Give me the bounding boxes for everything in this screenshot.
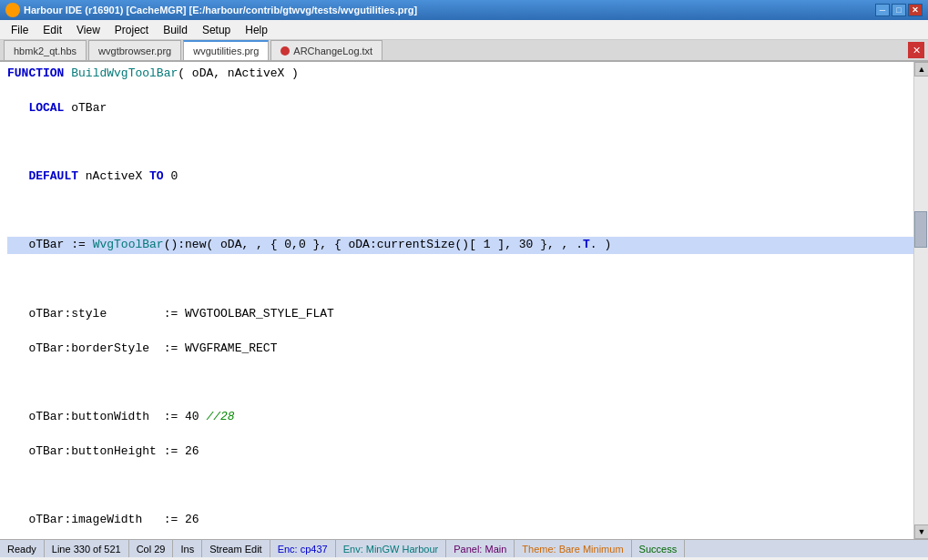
- menu-project[interactable]: Project: [107, 22, 156, 38]
- status-ins: Ins: [173, 540, 202, 557]
- scroll-down-button[interactable]: ▼: [914, 524, 928, 539]
- status-line-info: Line 330 of 521: [45, 540, 129, 557]
- status-theme: Theme: Bare Minimum: [515, 540, 631, 557]
- close-button[interactable]: ✕: [908, 4, 923, 16]
- status-enc: Enc: cp437: [270, 540, 336, 557]
- tab-hbmk2[interactable]: hbmk2_qt.hbs: [4, 40, 87, 60]
- editor-content[interactable]: FUNCTION BuildWvgToolBar( oDA, nActiveX …: [0, 62, 928, 539]
- title-text: Harbour IDE (r16901) [CacheMGR] [E:/harb…: [24, 5, 875, 15]
- status-success: Success: [632, 540, 686, 557]
- editor-container: FUNCTION BuildWvgToolBar( oDA, nActiveX …: [0, 62, 928, 539]
- menu-bar: File Edit View Project Build Setup Help: [0, 20, 928, 40]
- tab-archangelog[interactable]: ARChangeLog.txt: [270, 40, 382, 60]
- tab-wvgutilities[interactable]: wvgutilities.prg: [183, 40, 269, 60]
- app-icon: [5, 3, 20, 17]
- menu-edit[interactable]: Edit: [36, 22, 69, 38]
- minimize-button[interactable]: ─: [875, 4, 890, 16]
- tab-close-button[interactable]: ✕: [908, 42, 924, 58]
- status-panel: Panel: Main: [446, 540, 515, 557]
- menu-file[interactable]: File: [4, 22, 36, 38]
- status-col: Col 29: [129, 540, 174, 557]
- tab-wvgutilities-label: wvgutilities.prg: [193, 46, 259, 56]
- scroll-up-button[interactable]: ▲: [914, 62, 928, 76]
- tab-icon-red: [280, 46, 290, 56]
- scroll-thumb[interactable]: [914, 211, 927, 248]
- title-bar: Harbour IDE (r16901) [CacheMGR] [E:/harb…: [0, 0, 928, 20]
- tab-bar: hbmk2_qt.hbs wvgtbrowser.prg wvgutilitie…: [0, 40, 928, 62]
- tab-wvgtbrowser-label: wvgtbrowser.prg: [98, 46, 171, 56]
- tab-close-area: ✕: [908, 42, 924, 60]
- scroll-track[interactable]: [914, 76, 928, 524]
- window-controls[interactable]: ─ □ ✕: [875, 4, 923, 16]
- status-env: Env: MinGW Harbour: [336, 540, 447, 557]
- menu-build[interactable]: Build: [156, 22, 195, 38]
- menu-help[interactable]: Help: [238, 22, 275, 38]
- menu-setup[interactable]: Setup: [195, 22, 238, 38]
- maximize-button[interactable]: □: [892, 4, 906, 16]
- status-stream: Stream Edit: [202, 540, 270, 557]
- vertical-scrollbar[interactable]: ▲ ▼: [913, 62, 928, 539]
- status-bar: Ready Line 330 of 521 Col 29 Ins Stream …: [0, 539, 928, 557]
- status-ready: Ready: [7, 540, 45, 557]
- tab-wvgtbrowser[interactable]: wvgtbrowser.prg: [88, 40, 181, 60]
- menu-view[interactable]: View: [69, 22, 107, 38]
- tab-archangelog-label: ARChangeLog.txt: [293, 46, 372, 56]
- tab-hbmk2-label: hbmk2_qt.hbs: [14, 46, 76, 56]
